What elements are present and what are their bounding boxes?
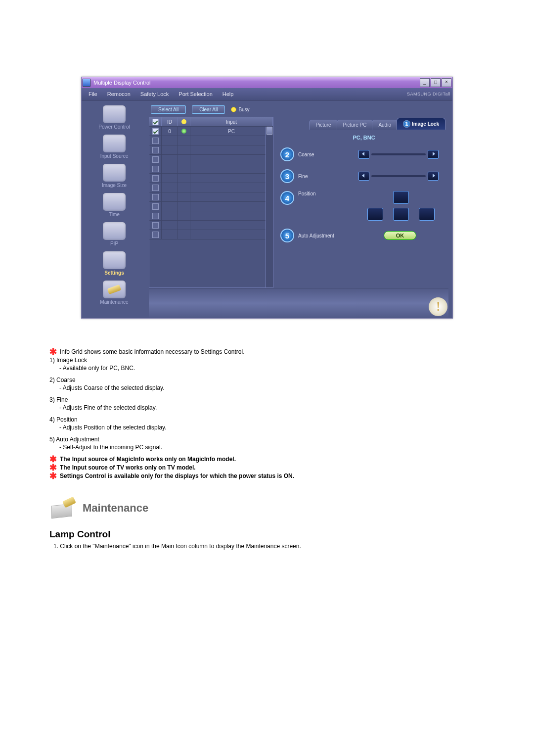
- col-check[interactable]: [149, 117, 162, 126]
- row-id: 0: [162, 127, 178, 136]
- sidebar-item-label: Maintenance: [100, 299, 128, 305]
- table-row[interactable]: [149, 174, 273, 183]
- fine-stepper: [334, 172, 447, 181]
- star-icon: ✱: [49, 464, 57, 471]
- row-status: [178, 164, 190, 173]
- time-icon: [103, 193, 126, 211]
- col-status[interactable]: [178, 117, 190, 126]
- grid-scrollbar[interactable]: [266, 127, 273, 287]
- row-checkbox[interactable]: [152, 166, 159, 172]
- sidebar-item-maintenance[interactable]: Maintenance: [82, 281, 147, 305]
- sidebar-item-time[interactable]: Time: [82, 193, 147, 217]
- minimize-button[interactable]: _: [420, 78, 430, 87]
- row-status: [178, 211, 190, 220]
- note-text: The Input source of TV works only on TV …: [60, 464, 196, 471]
- row-checkbox[interactable]: [152, 203, 159, 210]
- sidebar-item-settings[interactable]: Settings: [82, 251, 147, 276]
- clear-all-button[interactable]: Clear All: [192, 105, 225, 114]
- coarse-increase-button[interactable]: [428, 150, 439, 159]
- coarse-track[interactable]: [371, 153, 426, 155]
- position-right-button[interactable]: [419, 208, 435, 221]
- row-checkbox[interactable]: [152, 185, 159, 191]
- fine-increase-button[interactable]: [428, 172, 439, 181]
- row-checkbox[interactable]: [152, 222, 159, 229]
- row-checkbox[interactable]: [152, 147, 159, 153]
- select-all-button[interactable]: Select All: [151, 105, 186, 114]
- coarse-label: Coarse: [298, 152, 334, 157]
- menu-remocon[interactable]: Remocon: [102, 89, 135, 99]
- star-icon: ✱: [49, 348, 57, 355]
- menu-help[interactable]: Help: [218, 89, 239, 99]
- busy-label: Busy: [238, 107, 249, 112]
- menu-safety-lock[interactable]: Safety Lock: [135, 89, 174, 99]
- note-b1: ✱ The Input source of MagicInfo works on…: [49, 456, 485, 463]
- row-checkbox[interactable]: [152, 232, 159, 238]
- row-checkbox[interactable]: [152, 128, 159, 135]
- note-text: Info Grid shows some basic information n…: [60, 348, 245, 355]
- close-button[interactable]: ×: [442, 78, 451, 87]
- position-label: Position: [298, 191, 334, 196]
- sidebar-item-image-size[interactable]: Image Size: [82, 164, 147, 188]
- table-row[interactable]: [149, 221, 273, 230]
- row-position: 4 Position: [280, 191, 447, 221]
- maximize-button[interactable]: □: [431, 78, 441, 87]
- lamp-control-heading: Lamp Control: [49, 529, 485, 540]
- table-row[interactable]: [149, 164, 273, 174]
- table-row[interactable]: [149, 183, 273, 192]
- sidebar-item-pip[interactable]: PIP: [82, 222, 147, 246]
- grid-body[interactable]: 0PC: [149, 127, 273, 287]
- coarse-decrease-button[interactable]: [358, 150, 369, 159]
- status-led-icon: [181, 129, 186, 134]
- menu-port-selection[interactable]: Port Selection: [174, 89, 217, 99]
- maintenance-icon: [103, 281, 126, 298]
- grid-toolbar: Select All Clear All Busy: [149, 104, 448, 117]
- table-row[interactable]: [149, 211, 273, 221]
- table-row[interactable]: 0PC: [149, 127, 273, 136]
- table-row[interactable]: [149, 202, 273, 211]
- row-input: [190, 174, 273, 183]
- marker-5: 5: [280, 229, 294, 242]
- row-checkbox[interactable]: [152, 194, 159, 200]
- table-row[interactable]: [149, 192, 273, 202]
- position-left-button[interactable]: [367, 208, 383, 221]
- marker-3: 3: [280, 169, 294, 183]
- row-checkbox[interactable]: [152, 213, 159, 219]
- fine-track[interactable]: [371, 175, 426, 177]
- auto-adjust-ok-button[interactable]: OK: [384, 231, 417, 240]
- position-up-button[interactable]: [393, 191, 409, 204]
- info-grid: ID Input 0PC: [149, 117, 273, 288]
- auto-adjust-label: Auto Adjustment: [298, 233, 353, 238]
- row-input: [190, 155, 273, 164]
- menu-file[interactable]: File: [84, 89, 102, 99]
- col-id[interactable]: ID: [162, 117, 178, 126]
- row-checkbox[interactable]: [152, 138, 159, 144]
- header-checkbox-icon[interactable]: [152, 119, 159, 125]
- table-row[interactable]: [149, 145, 273, 155]
- row-status: [178, 230, 190, 239]
- note-5: 5) Auto Adjustment: [49, 436, 485, 443]
- table-row[interactable]: [149, 155, 273, 164]
- tab-picture[interactable]: Picture: [309, 120, 337, 130]
- titlebar[interactable]: Multiple Display Control _ □ ×: [82, 77, 452, 88]
- fine-decrease-button[interactable]: [358, 172, 369, 181]
- table-row[interactable]: [149, 230, 273, 239]
- row-checkbox[interactable]: [152, 156, 159, 163]
- col-input[interactable]: Input: [190, 117, 273, 126]
- row-checkbox[interactable]: [152, 175, 159, 182]
- sidebar-item-power-control[interactable]: Power Control: [82, 105, 147, 130]
- note-5-sub: - Self-Adjust to the incoming PC signal.: [59, 444, 485, 451]
- tab-audio[interactable]: Audio: [372, 120, 398, 130]
- tab-picture-pc[interactable]: Picture PC: [337, 120, 373, 130]
- tab-image-lock[interactable]: 1Image Lock: [397, 118, 445, 130]
- note-2-sub: - Adjusts Coarse of the selected display…: [59, 384, 485, 391]
- scroll-thumb[interactable]: [267, 127, 272, 135]
- table-row[interactable]: [149, 136, 273, 145]
- sidebar-item-input-source[interactable]: Input Source: [82, 135, 147, 159]
- position-down-button[interactable]: [393, 208, 409, 221]
- panels: ID Input 0PC Picture Picture PC: [149, 117, 448, 288]
- row-status: [178, 174, 190, 183]
- row-id: [162, 211, 178, 220]
- maintenance-section-icon: [49, 497, 77, 519]
- row-id: [162, 174, 178, 183]
- status-header-icon: [181, 119, 186, 124]
